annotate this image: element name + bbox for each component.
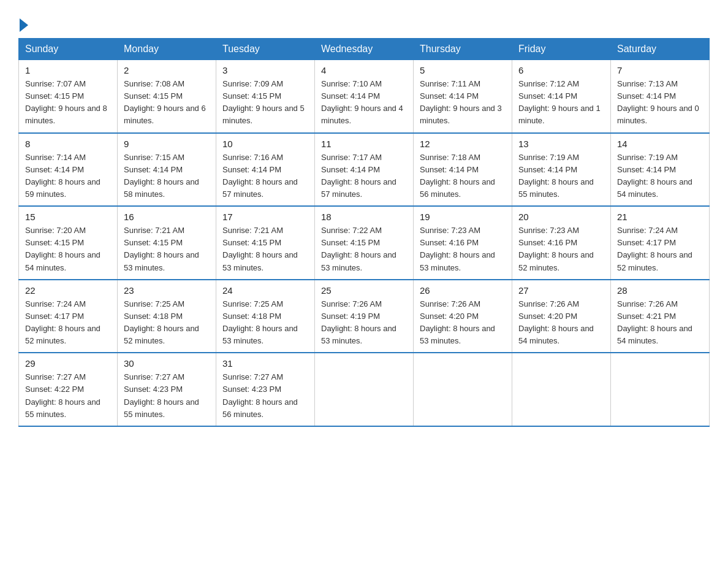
- day-info: Sunrise: 7:27 AMSunset: 4:23 PMDaylight:…: [124, 372, 199, 418]
- day-number: 29: [25, 358, 111, 369]
- page-header: [18, 12, 710, 32]
- day-info: Sunrise: 7:26 AMSunset: 4:21 PMDaylight:…: [617, 299, 692, 345]
- column-header-wednesday: Wednesday: [315, 39, 414, 60]
- day-number: 25: [321, 285, 407, 296]
- day-number: 3: [222, 65, 308, 75]
- calendar-table: SundayMondayTuesdayWednesdayThursdayFrid…: [18, 38, 710, 427]
- calendar-cell: 13 Sunrise: 7:19 AMSunset: 4:14 PMDaylig…: [512, 133, 611, 207]
- column-header-friday: Friday: [512, 39, 611, 60]
- day-number: 28: [617, 285, 703, 296]
- day-number: 26: [420, 285, 506, 296]
- day-info: Sunrise: 7:21 AMSunset: 4:15 PMDaylight:…: [222, 226, 298, 272]
- calendar-cell: 12 Sunrise: 7:18 AMSunset: 4:14 PMDaylig…: [414, 133, 512, 207]
- day-info: Sunrise: 7:21 AMSunset: 4:15 PMDaylight:…: [124, 226, 199, 272]
- day-number: 1: [25, 65, 111, 75]
- calendar-cell: 1 Sunrise: 7:07 AMSunset: 4:15 PMDayligh…: [19, 60, 118, 133]
- calendar-cell: 4 Sunrise: 7:10 AMSunset: 4:14 PMDayligh…: [315, 60, 414, 133]
- calendar-cell: 31 Sunrise: 7:27 AMSunset: 4:23 PMDaylig…: [216, 353, 315, 426]
- day-info: Sunrise: 7:16 AMSunset: 4:14 PMDaylight:…: [222, 153, 298, 199]
- column-header-thursday: Thursday: [414, 39, 512, 60]
- day-number: 23: [124, 285, 210, 296]
- calendar-cell: 24 Sunrise: 7:25 AMSunset: 4:18 PMDaylig…: [216, 280, 315, 353]
- calendar-cell: [512, 353, 611, 426]
- day-info: Sunrise: 7:09 AMSunset: 4:15 PMDaylight:…: [222, 79, 305, 125]
- day-info: Sunrise: 7:22 AMSunset: 4:15 PMDaylight:…: [321, 226, 396, 272]
- calendar-cell: 15 Sunrise: 7:20 AMSunset: 4:15 PMDaylig…: [19, 206, 118, 280]
- calendar-cell: 21 Sunrise: 7:24 AMSunset: 4:17 PMDaylig…: [611, 206, 710, 280]
- day-number: 15: [25, 212, 111, 222]
- column-header-saturday: Saturday: [611, 39, 710, 60]
- day-number: 11: [321, 139, 407, 149]
- day-info: Sunrise: 7:25 AMSunset: 4:18 PMDaylight:…: [222, 299, 298, 345]
- calendar-cell: 6 Sunrise: 7:12 AMSunset: 4:14 PMDayligh…: [512, 60, 611, 133]
- day-info: Sunrise: 7:17 AMSunset: 4:14 PMDaylight:…: [321, 153, 396, 199]
- calendar-cell: 3 Sunrise: 7:09 AMSunset: 4:15 PMDayligh…: [216, 60, 315, 133]
- day-number: 18: [321, 212, 407, 222]
- calendar-week-row: 29 Sunrise: 7:27 AMSunset: 4:22 PMDaylig…: [19, 353, 710, 426]
- calendar-week-row: 8 Sunrise: 7:14 AMSunset: 4:14 PMDayligh…: [19, 133, 710, 207]
- day-info: Sunrise: 7:26 AMSunset: 4:19 PMDaylight:…: [321, 299, 396, 345]
- day-number: 19: [420, 212, 506, 222]
- day-number: 12: [420, 139, 506, 149]
- day-number: 8: [25, 139, 111, 149]
- day-number: 24: [222, 285, 308, 296]
- calendar-cell: [611, 353, 710, 426]
- calendar-cell: 22 Sunrise: 7:24 AMSunset: 4:17 PMDaylig…: [19, 280, 118, 353]
- day-info: Sunrise: 7:24 AMSunset: 4:17 PMDaylight:…: [617, 226, 692, 272]
- calendar-cell: 11 Sunrise: 7:17 AMSunset: 4:14 PMDaylig…: [315, 133, 414, 207]
- day-number: 27: [518, 285, 604, 296]
- day-number: 14: [617, 139, 703, 149]
- column-header-sunday: Sunday: [19, 39, 118, 60]
- day-number: 16: [124, 212, 210, 222]
- day-info: Sunrise: 7:18 AMSunset: 4:14 PMDaylight:…: [420, 153, 495, 199]
- calendar-week-row: 22 Sunrise: 7:24 AMSunset: 4:17 PMDaylig…: [19, 280, 710, 353]
- calendar-cell: 26 Sunrise: 7:26 AMSunset: 4:20 PMDaylig…: [414, 280, 512, 353]
- calendar-cell: 19 Sunrise: 7:23 AMSunset: 4:16 PMDaylig…: [414, 206, 512, 280]
- day-info: Sunrise: 7:08 AMSunset: 4:15 PMDaylight:…: [124, 79, 206, 125]
- day-number: 30: [124, 358, 210, 369]
- calendar-cell: 18 Sunrise: 7:22 AMSunset: 4:15 PMDaylig…: [315, 206, 414, 280]
- day-number: 13: [518, 139, 604, 149]
- day-info: Sunrise: 7:25 AMSunset: 4:18 PMDaylight:…: [124, 299, 199, 345]
- day-info: Sunrise: 7:20 AMSunset: 4:15 PMDaylight:…: [25, 226, 100, 272]
- day-info: Sunrise: 7:23 AMSunset: 4:16 PMDaylight:…: [420, 226, 495, 272]
- day-info: Sunrise: 7:14 AMSunset: 4:14 PMDaylight:…: [25, 153, 100, 199]
- calendar-cell: 28 Sunrise: 7:26 AMSunset: 4:21 PMDaylig…: [611, 280, 710, 353]
- day-info: Sunrise: 7:13 AMSunset: 4:14 PMDaylight:…: [617, 79, 699, 125]
- day-number: 10: [222, 139, 308, 149]
- day-info: Sunrise: 7:11 AMSunset: 4:14 PMDaylight:…: [420, 79, 502, 125]
- day-info: Sunrise: 7:19 AMSunset: 4:14 PMDaylight:…: [518, 153, 594, 199]
- calendar-cell: 17 Sunrise: 7:21 AMSunset: 4:15 PMDaylig…: [216, 206, 315, 280]
- day-info: Sunrise: 7:15 AMSunset: 4:14 PMDaylight:…: [124, 153, 199, 199]
- day-number: 6: [518, 65, 604, 75]
- day-number: 20: [518, 212, 604, 222]
- calendar-cell: [414, 353, 512, 426]
- calendar-cell: 23 Sunrise: 7:25 AMSunset: 4:18 PMDaylig…: [118, 280, 216, 353]
- calendar-cell: 9 Sunrise: 7:15 AMSunset: 4:14 PMDayligh…: [118, 133, 216, 207]
- calendar-cell: 7 Sunrise: 7:13 AMSunset: 4:14 PMDayligh…: [611, 60, 710, 133]
- day-number: 31: [222, 358, 308, 369]
- day-info: Sunrise: 7:26 AMSunset: 4:20 PMDaylight:…: [420, 299, 495, 345]
- calendar-cell: 14 Sunrise: 7:19 AMSunset: 4:14 PMDaylig…: [611, 133, 710, 207]
- calendar-cell: 10 Sunrise: 7:16 AMSunset: 4:14 PMDaylig…: [216, 133, 315, 207]
- calendar-cell: 20 Sunrise: 7:23 AMSunset: 4:16 PMDaylig…: [512, 206, 611, 280]
- calendar-cell: 29 Sunrise: 7:27 AMSunset: 4:22 PMDaylig…: [19, 353, 118, 426]
- day-number: 5: [420, 65, 506, 75]
- calendar-cell: 2 Sunrise: 7:08 AMSunset: 4:15 PMDayligh…: [118, 60, 216, 133]
- column-header-monday: Monday: [118, 39, 216, 60]
- calendar-week-row: 15 Sunrise: 7:20 AMSunset: 4:15 PMDaylig…: [19, 206, 710, 280]
- day-number: 9: [124, 139, 210, 149]
- day-info: Sunrise: 7:24 AMSunset: 4:17 PMDaylight:…: [25, 299, 100, 345]
- calendar-cell: 16 Sunrise: 7:21 AMSunset: 4:15 PMDaylig…: [118, 206, 216, 280]
- calendar-cell: 30 Sunrise: 7:27 AMSunset: 4:23 PMDaylig…: [118, 353, 216, 426]
- day-info: Sunrise: 7:23 AMSunset: 4:16 PMDaylight:…: [518, 226, 594, 272]
- logo: [18, 18, 29, 32]
- day-info: Sunrise: 7:27 AMSunset: 4:22 PMDaylight:…: [25, 372, 100, 418]
- calendar-cell: [315, 353, 414, 426]
- day-number: 4: [321, 65, 407, 75]
- day-number: 7: [617, 65, 703, 75]
- day-number: 22: [25, 285, 111, 296]
- calendar-cell: 25 Sunrise: 7:26 AMSunset: 4:19 PMDaylig…: [315, 280, 414, 353]
- day-number: 21: [617, 212, 703, 222]
- day-info: Sunrise: 7:10 AMSunset: 4:14 PMDaylight:…: [321, 79, 403, 125]
